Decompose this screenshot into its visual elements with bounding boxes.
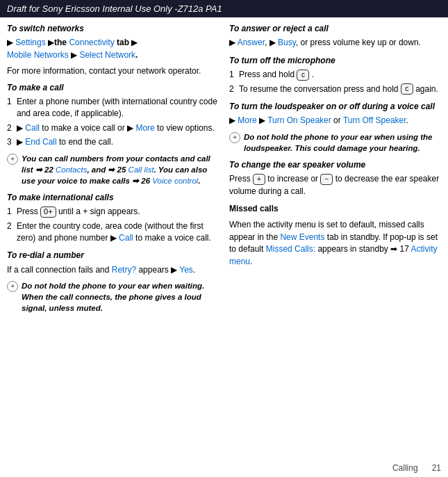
main-content: To switch networks ▶ Settings ▶the Conne… bbox=[0, 17, 448, 323]
redial-body: If a call connection fails and Retry? ap… bbox=[7, 264, 222, 276]
footer-section: Calling bbox=[392, 463, 418, 473]
c-key-2: c bbox=[401, 83, 413, 95]
page-header: Draft for Sony Ericsson Internal Use Onl… bbox=[0, 0, 448, 17]
loudspeaker-title: To turn the loudspeaker on or off during… bbox=[229, 101, 441, 113]
note-waiting-text: Do not hold the phone to your ear when w… bbox=[22, 280, 222, 314]
switch-networks-info: For more information, contact your netwo… bbox=[7, 65, 222, 77]
turn-off-mic-title: To turn off the microphone bbox=[229, 55, 441, 67]
intl-num-2: 2 bbox=[7, 220, 14, 245]
answer-reject-title: To answer or reject a call bbox=[229, 23, 441, 35]
note-loudspeaker: ✦ Do not hold the phone to your ear when… bbox=[229, 131, 441, 154]
zero-plus-key: 0+ bbox=[40, 207, 56, 218]
answer-reject-body: ▶ Answer, ▶ Busy, or press volume key up… bbox=[229, 37, 441, 49]
switch-networks-title: To switch networks bbox=[7, 23, 222, 35]
note-contacts-text: You can call numbers from your contacts … bbox=[22, 153, 222, 186]
intl-content-1: Press 0+ until a + sign appears. bbox=[17, 206, 222, 218]
note-waiting: ✦ Do not hold the phone to your ear when… bbox=[7, 280, 222, 314]
loudspeaker-body: ▶ More ▶ Turn On Speaker or Turn Off Spe… bbox=[229, 115, 441, 127]
missed-calls-title: Missed calls bbox=[229, 203, 441, 215]
plus-key: + bbox=[253, 174, 265, 185]
footer-page: 21 bbox=[432, 463, 441, 473]
page-footer: Calling 21 bbox=[392, 463, 441, 473]
c-key-1: c bbox=[297, 70, 309, 81]
mic-content-2: To resume the conversation press and hol… bbox=[239, 83, 441, 95]
intl-num-1: 1 bbox=[7, 206, 14, 218]
note-contacts: ✦ You can call numbers from your contact… bbox=[7, 153, 222, 186]
note-loudspeaker-text: Do not hold the phone to your ear when u… bbox=[244, 131, 441, 154]
intl-calls-item-2: 2 Enter the country code, area code (wit… bbox=[7, 220, 222, 245]
minus-key: − bbox=[320, 174, 333, 185]
header-title: Draft for Sony Ericsson Internal Use Onl… bbox=[7, 3, 222, 14]
mic-item-1: 1 Press and hold c . bbox=[229, 69, 441, 81]
make-call-item-1: 1 Enter a phone number (with internation… bbox=[7, 96, 222, 120]
ear-speaker-body: Press + to increase or − to decrease the… bbox=[229, 173, 441, 197]
mic-num-2: 2 bbox=[229, 83, 236, 95]
switch-networks-body: ▶ Settings ▶the Connectivity tab ▶ Mobil… bbox=[7, 37, 222, 61]
ear-speaker-title: To change the ear speaker volume bbox=[229, 159, 441, 171]
mic-num-1: 1 bbox=[229, 69, 236, 81]
note-icon-2: ✦ bbox=[7, 281, 18, 292]
intl-calls-title: To make international calls bbox=[7, 192, 222, 204]
item-content-3: ▶ End Call to end the call. bbox=[17, 136, 222, 148]
make-call-title: To make a call bbox=[7, 82, 222, 94]
note-icon-1: ✦ bbox=[7, 154, 18, 165]
item-num-3: 3 bbox=[7, 136, 14, 148]
make-call-item-3: 3 ▶ End Call to end the call. bbox=[7, 136, 222, 148]
intl-content-2: Enter the country code, area code (witho… bbox=[17, 220, 222, 245]
mic-item-2: 2 To resume the conversation press and h… bbox=[229, 83, 441, 95]
redial-title: To re-dial a number bbox=[7, 250, 222, 261]
right-column: To answer or reject a call ▶ Answer, ▶ B… bbox=[229, 23, 441, 318]
left-column: To switch networks ▶ Settings ▶the Conne… bbox=[7, 23, 222, 318]
mic-content-1: Press and hold c . bbox=[239, 69, 441, 81]
intl-calls-item-1: 1 Press 0+ until a + sign appears. bbox=[7, 206, 222, 218]
item-num-2: 2 bbox=[7, 122, 14, 134]
item-content-2: ▶ Call to make a voice call or ▶ More to… bbox=[17, 122, 222, 134]
missed-calls-body: When the activity menu is set to default… bbox=[229, 219, 441, 268]
item-content-1: Enter a phone number (with international… bbox=[17, 96, 222, 120]
note-icon-3: ✦ bbox=[229, 132, 240, 143]
make-call-item-2: 2 ▶ Call to make a voice call or ▶ More … bbox=[7, 122, 222, 134]
item-num-1: 1 bbox=[7, 96, 14, 120]
